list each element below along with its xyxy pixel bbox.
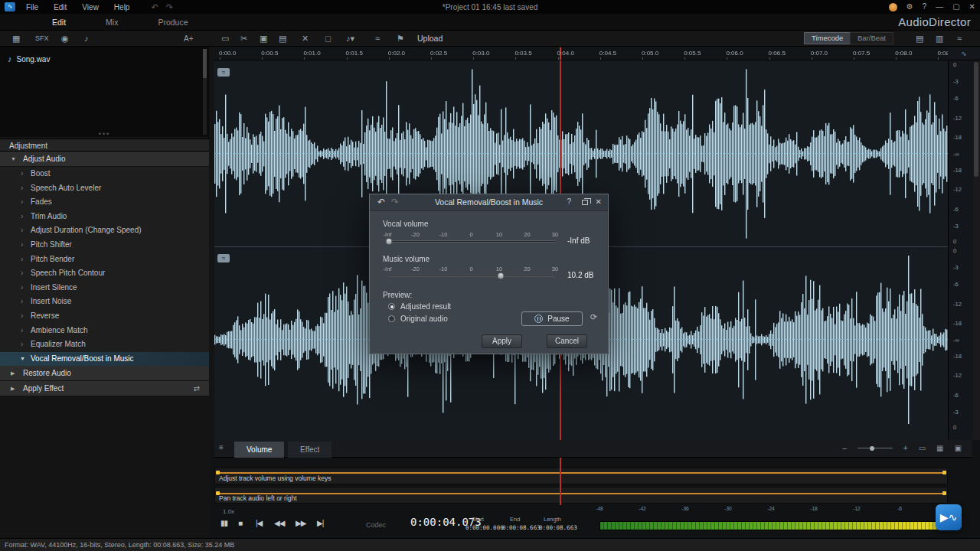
library-scrollbar[interactable]: [203, 49, 207, 135]
close-icon[interactable]: ✕: [969, 2, 975, 11]
adjustment-item-11[interactable]: ›Ambience Match: [0, 324, 209, 338]
adjustment-item-9[interactable]: ›Insert Noise: [0, 295, 209, 309]
collapse-panel-icon[interactable]: ≡: [219, 443, 224, 452]
scissors-icon[interactable]: ✂: [240, 33, 247, 44]
media-library-icon[interactable]: ▦: [12, 33, 20, 44]
vocal-volume-slider[interactable]: [387, 240, 556, 243]
help-icon[interactable]: ?: [923, 2, 927, 11]
mode-tab-mix[interactable]: Mix: [106, 18, 118, 27]
mode-tab-edit[interactable]: Edit: [52, 18, 66, 27]
dialog-help-icon[interactable]: ?: [567, 197, 571, 206]
volume-track-label: Adjust track volume using volume keys: [219, 474, 331, 482]
vocal-volume-handle[interactable]: [386, 238, 393, 245]
go-to-start-button[interactable]: |◀: [256, 519, 262, 527]
adjustment-item-5[interactable]: ›Pitch Shifter: [0, 238, 209, 253]
tab-effect[interactable]: Effect: [288, 442, 332, 458]
gear-icon[interactable]: ⚙: [906, 2, 913, 11]
select-range-icon[interactable]: ▭: [919, 444, 926, 452]
normalize-icon[interactable]: ≈: [375, 33, 380, 44]
maximize-icon[interactable]: ▢: [952, 2, 959, 11]
adjustment-item-3[interactable]: ›Trim Audio: [0, 210, 209, 224]
music-volume-slider[interactable]: [387, 275, 556, 277]
panel-splitter-handle[interactable]: •••: [99, 132, 110, 136]
speaker-icon[interactable]: ♪: [84, 33, 89, 44]
keyframe-dot[interactable]: [942, 471, 946, 474]
chevron-right-icon: ›: [21, 181, 23, 196]
paste-icon[interactable]: ▤: [279, 33, 286, 44]
zoom-in-icon[interactable]: +: [903, 444, 908, 452]
music-volume-handle[interactable]: [498, 272, 505, 279]
stop-button[interactable]: ■: [238, 519, 242, 527]
redo-icon[interactable]: ↷: [166, 2, 173, 12]
marker-icon[interactable]: ⚑: [397, 33, 404, 44]
adjustment-item-2[interactable]: ›Fades: [0, 195, 209, 210]
zoom-slider[interactable]: [858, 448, 893, 448]
menu-edit[interactable]: Edit: [54, 3, 67, 11]
library-item-song[interactable]: ♪ Song.wav: [8, 54, 50, 64]
dialog-restore-icon[interactable]: [582, 197, 588, 206]
copy-icon[interactable]: ▣: [260, 33, 267, 44]
adjustment-item-6[interactable]: ›Pitch Bender: [0, 253, 209, 267]
upload-button[interactable]: Upload: [417, 34, 443, 43]
volume-keyframe-track[interactable]: Adjust track volume using volume keys: [214, 468, 948, 484]
menu-help[interactable]: Help: [114, 3, 130, 11]
minimize-icon[interactable]: —: [936, 2, 943, 11]
pan-keyframe-line[interactable]: [217, 493, 946, 494]
text-tool-icon[interactable]: A+: [184, 33, 194, 44]
fit-view-icon[interactable]: ▣: [955, 444, 962, 452]
back-icon[interactable]: ↶: [377, 197, 385, 207]
dialog-titlebar[interactable]: ↶ ↷ Vocal Removal/Boost in Music ? ✕: [370, 194, 608, 211]
apply-button[interactable]: Apply: [482, 334, 522, 348]
pan-keyframe-track[interactable]: Pan track audio left or right: [214, 487, 948, 504]
select-icon[interactable]: ▭: [221, 33, 229, 44]
adjustment-item-10[interactable]: ›Reverse: [0, 309, 209, 324]
cancel-button[interactable]: Cancel: [547, 334, 587, 348]
section-restore-audio[interactable]: ▶ Restore Audio: [0, 366, 209, 381]
pause-button[interactable]: ▮▮: [220, 519, 227, 527]
zoom-out-icon[interactable]: –: [842, 444, 847, 452]
adjustment-item-7[interactable]: ›Speech Pitch Contour: [0, 266, 209, 281]
tab-volume[interactable]: Volume: [234, 442, 284, 458]
zoom-region-icon[interactable]: ▦: [936, 444, 943, 452]
timecode-toggle[interactable]: Timecode: [804, 32, 851, 44]
menu-view[interactable]: View: [82, 3, 99, 11]
adjustment-item-4[interactable]: ›Adjust Duration (Change Speed): [0, 223, 209, 238]
vertical-scrollbar[interactable]: [973, 60, 980, 440]
go-to-end-button[interactable]: ▶|: [317, 519, 323, 527]
barbeat-toggle[interactable]: Bar/Beat: [850, 32, 893, 44]
volume-keyframe-line[interactable]: [217, 472, 946, 474]
mode-tab-produce[interactable]: Produce: [158, 18, 188, 27]
adjustment-item-1[interactable]: ›Speech Auto Leveler: [0, 181, 209, 196]
avatar-icon[interactable]: [889, 3, 897, 11]
scrollbar-thumb[interactable]: [974, 62, 978, 177]
pause-preview-button[interactable]: Pause: [521, 311, 583, 326]
snap-icon[interactable]: ▥: [936, 33, 943, 44]
keyframe-dot[interactable]: [942, 491, 946, 495]
wave-view-icon[interactable]: ≈: [957, 33, 962, 44]
section-apply-effect[interactable]: ▶ Apply Effect ⇄: [0, 381, 209, 396]
undo-icon[interactable]: ↶: [151, 2, 158, 12]
loop-icon[interactable]: ⟳: [590, 312, 597, 322]
adjustment-item-8[interactable]: ›Insert Silence: [0, 281, 209, 295]
crossfade-icon[interactable]: ◻: [325, 33, 332, 44]
monitor-speaker-icon[interactable]: ♪▾: [346, 33, 354, 44]
zoom-slider-handle[interactable]: [870, 446, 874, 451]
adjustment-item-0[interactable]: ›Boost: [0, 167, 209, 181]
level-meter-scale: -48-42-36-30-24-18-12-60: [599, 506, 944, 512]
adjustment-item-12[interactable]: ›Equalizer Match: [0, 337, 209, 352]
forward-icon[interactable]: ↷: [391, 197, 399, 207]
step-back-button[interactable]: ◀◀: [274, 519, 284, 527]
radio-original-audio[interactable]: Original audio: [388, 315, 448, 323]
sfx-icon[interactable]: SFX: [35, 33, 49, 44]
radio-adjusted-result[interactable]: Adjusted result: [388, 302, 451, 311]
adjustment-item-vocal-removal[interactable]: ▼ Vocal Removal/Boost in Music: [0, 352, 209, 367]
section-adjust-audio[interactable]: ▼ Adjust Audio: [0, 152, 209, 167]
step-forward-button[interactable]: ▶▶: [296, 519, 305, 527]
timeline-ruler[interactable]: 0:00.00:00.50:01.00:01.50:02.00:02.50:03…: [214, 47, 948, 60]
delete-icon[interactable]: ✕: [302, 33, 309, 44]
dialog-close-icon[interactable]: ✕: [596, 197, 602, 206]
record-icon[interactable]: ◉: [61, 33, 69, 44]
chevron-right-icon: ›: [21, 195, 23, 210]
menu-file[interactable]: File: [26, 3, 38, 11]
grid-icon[interactable]: ▤: [916, 33, 923, 44]
